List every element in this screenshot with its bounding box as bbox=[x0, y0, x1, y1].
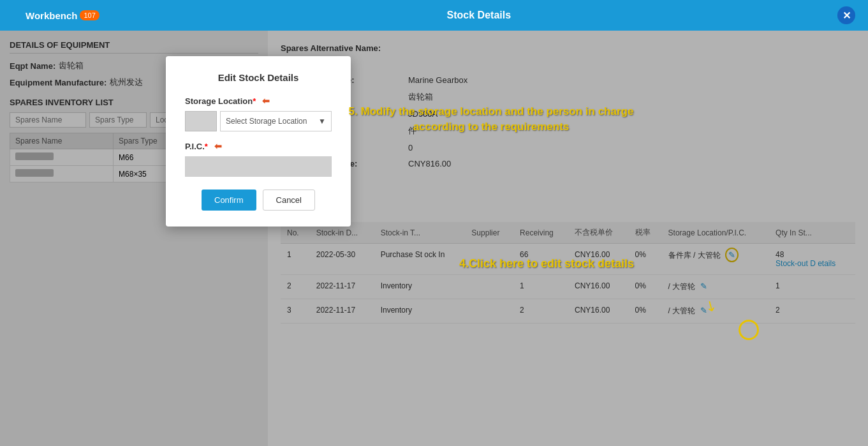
modal-title: Edit Stock Details bbox=[185, 72, 332, 83]
cancel-button[interactable]: Cancel bbox=[263, 190, 315, 211]
storage-location-dropdown[interactable]: Select Storage Location ▼ bbox=[220, 111, 332, 131]
storage-select-row: Select Storage Location ▼ bbox=[185, 111, 332, 131]
modal-overlay: Edit Stock Details Storage Location * ⬅ … bbox=[0, 31, 868, 446]
main-container: DETAILS OF EQUIPMENT Eqpt Name: 齿轮箱 Equi… bbox=[0, 31, 868, 446]
pic-required-star: * bbox=[205, 142, 208, 151]
pic-arrow-icon: ⬅ bbox=[214, 141, 222, 151]
edit-stock-modal: Edit Stock Details Storage Location * ⬅ … bbox=[166, 56, 351, 227]
top-bar: Workbench 107 Stock Details ✕ bbox=[0, 0, 868, 31]
pic-input-row bbox=[185, 156, 332, 177]
storage-select-placeholder: Select Storage Location bbox=[226, 117, 307, 126]
pic-input-field[interactable] bbox=[185, 156, 332, 177]
pic-text: P.I.C. bbox=[185, 142, 205, 151]
storage-prefix-box bbox=[185, 111, 217, 131]
pic-label-row: P.I.C. * ⬅ bbox=[185, 141, 332, 151]
workbench-badge: 107 bbox=[80, 10, 99, 20]
storage-location-text: Storage Location bbox=[185, 96, 253, 106]
close-button[interactable]: ✕ bbox=[837, 6, 855, 24]
stock-details-title: Stock Details bbox=[447, 10, 511, 21]
dropdown-arrow-icon: ▼ bbox=[318, 117, 326, 126]
workbench-label: Workbench bbox=[26, 10, 77, 21]
confirm-button[interactable]: Confirm bbox=[202, 190, 256, 211]
modal-buttons: Confirm Cancel bbox=[185, 190, 332, 211]
storage-location-label-row: Storage Location * ⬅ bbox=[185, 96, 332, 106]
storage-required-star: * bbox=[253, 96, 256, 106]
storage-arrow-icon: ⬅ bbox=[262, 96, 270, 106]
